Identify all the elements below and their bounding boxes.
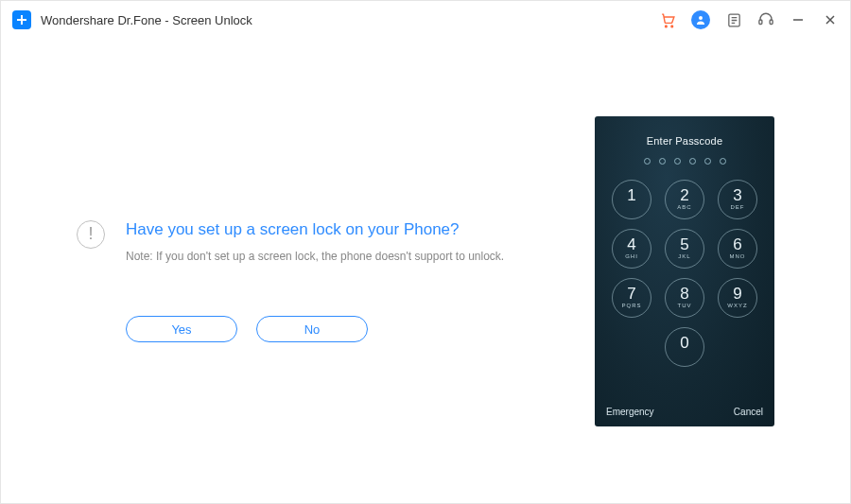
user-icon[interactable]: [691, 10, 710, 29]
keypad-key-1[interactable]: 1: [612, 180, 651, 219]
titlebar-actions: [659, 10, 839, 29]
app-title: Wondershare Dr.Fone - Screen Unlock: [41, 13, 252, 27]
button-row: Yes No: [126, 316, 529, 342]
keypad-key-9[interactable]: 9WXYZ: [718, 278, 757, 318]
svg-point-0: [665, 26, 667, 27]
keypad-key-2[interactable]: 2ABC: [665, 180, 704, 219]
passcode-dot: [689, 158, 696, 165]
app-logo-icon: [12, 10, 31, 29]
svg-point-2: [699, 16, 703, 20]
key-digit: 0: [680, 335, 688, 351]
keypad-key-0[interactable]: 0: [665, 327, 704, 367]
key-letters: DEF: [731, 204, 745, 211]
key-digit: 3: [733, 187, 741, 203]
no-button[interactable]: No: [256, 316, 368, 342]
emergency-button[interactable]: Emergency: [606, 407, 654, 417]
keypad-key-7[interactable]: 7PQRS: [612, 278, 651, 318]
key-letters: MNO: [730, 253, 746, 260]
keypad: 12ABC3DEF4GHI5JKL6MNO7PQRS8TUV9WXYZ0: [612, 180, 757, 367]
phone-bottom-row: Emergency Cancel: [606, 407, 763, 417]
key-letters: JKL: [678, 253, 690, 260]
svg-rect-4: [759, 20, 762, 25]
key-digit: 8: [680, 286, 688, 302]
key-digit: 9: [733, 286, 741, 302]
keypad-key-3[interactable]: 3DEF: [718, 180, 757, 219]
question-note: Note: If you don't set up a screen lock,…: [126, 250, 504, 263]
question-heading: Have you set up a screen lock on your Ph…: [126, 218, 504, 241]
passcode-dot: [674, 158, 681, 165]
key-letters: TUV: [678, 303, 692, 309]
key-digit: 5: [680, 236, 688, 252]
cancel-button[interactable]: Cancel: [734, 407, 763, 417]
support-icon[interactable]: [757, 11, 774, 28]
passcode-dot: [720, 158, 726, 165]
left-panel: ! Have you set up a screen lock on your …: [1, 200, 566, 343]
key-digit: 1: [627, 187, 635, 203]
svg-point-1: [670, 26, 672, 27]
passcode-dot: [704, 158, 711, 165]
passcode-label: Enter Passcode: [647, 135, 722, 147]
phone-mock: Enter Passcode 12ABC3DEF4GHI5JKL6MNO7PQR…: [595, 116, 774, 426]
keypad-key-6[interactable]: 6MNO: [718, 229, 757, 269]
titlebar: Wondershare Dr.Fone - Screen Unlock: [1, 1, 850, 39]
yes-button[interactable]: Yes: [126, 316, 237, 342]
app-window: Wondershare Dr.Fone - Screen Unlock: [0, 0, 851, 504]
info-icon: !: [77, 220, 105, 249]
key-letters: WXYZ: [727, 303, 747, 309]
key-digit: 6: [733, 236, 741, 252]
question-row: ! Have you set up a screen lock on your …: [77, 218, 529, 264]
phone-panel: Enter Passcode 12ABC3DEF4GHI5JKL6MNO7PQR…: [566, 116, 850, 426]
close-button[interactable]: [822, 11, 839, 28]
keypad-key-5[interactable]: 5JKL: [665, 229, 704, 269]
key-digit: 2: [680, 187, 688, 203]
cart-icon[interactable]: [659, 11, 676, 28]
content-area: ! Have you set up a screen lock on your …: [1, 39, 850, 503]
passcode-dot: [659, 158, 666, 165]
feedback-icon[interactable]: [725, 11, 742, 28]
svg-rect-5: [770, 20, 773, 25]
key-digit: 4: [627, 236, 635, 252]
passcode-dot: [644, 158, 651, 165]
passcode-dots: [644, 158, 726, 165]
minimize-button[interactable]: [790, 11, 807, 28]
key-letters: ABC: [677, 204, 691, 211]
keypad-key-8[interactable]: 8TUV: [665, 278, 704, 318]
keypad-key-4[interactable]: 4GHI: [612, 229, 651, 269]
key-letters: GHI: [625, 253, 638, 260]
key-letters: PQRS: [621, 303, 641, 309]
key-digit: 7: [627, 286, 635, 302]
